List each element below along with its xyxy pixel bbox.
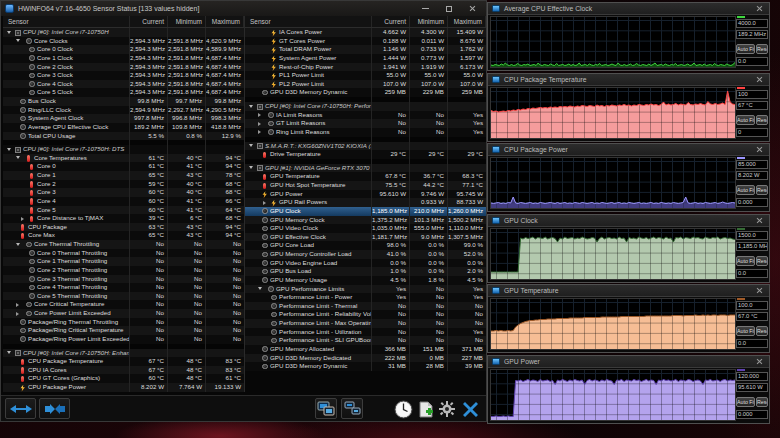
graph-close-icon[interactable] xyxy=(756,146,763,153)
sensor-row[interactable]: GPU Video Clock1,035.0 MHz555.0 MHz1,110… xyxy=(245,224,486,233)
expand-arrow-icon[interactable] xyxy=(7,148,11,151)
collapse-arrow-icon[interactable] xyxy=(16,312,19,316)
sensor-group-row[interactable]: GPU [#1]: NVIDIA GeForce RTX 3070 Lapt..… xyxy=(245,164,486,173)
sensor-row[interactable]: PL2 Power Limit107.0 W107.0 W107.0 W xyxy=(245,80,486,89)
reset-button[interactable]: Reset xyxy=(756,44,768,54)
graph-titlebar[interactable]: CPU Package Power xyxy=(488,144,769,156)
sensor-row[interactable]: Core Clocks2,594.3 MHz2,591.8 MHz4,620.9… xyxy=(3,37,244,46)
sensor-row[interactable]: Rest-of-Chip Power1.941 W1.919 W6.173 W xyxy=(245,63,486,72)
sensor-row[interactable]: Core 5 Clock2,594.3 MHz2,591.8 MHz4,687.… xyxy=(3,88,244,97)
report-button[interactable] xyxy=(417,399,435,419)
sensor-group-row[interactable]: S.M.A.R.T.: KXG60ZNV1T02 KIOXIA (115A... xyxy=(245,142,486,151)
sensor-row[interactable]: Core 0 Thermal ThrottlingNoNoNo xyxy=(3,249,244,258)
expand-columns-button[interactable] xyxy=(5,398,36,419)
sensor-row[interactable]: GPU Clock1,185.0 MHz210.0 MHz1,260.0 MHz xyxy=(245,207,486,216)
sensor-row[interactable]: Total CPU Usage5.5 %0.8 %12.9 % xyxy=(3,132,244,141)
collapse-arrow-icon[interactable] xyxy=(16,303,19,307)
collapse-arrow-icon[interactable] xyxy=(258,113,261,117)
auto-fit-button[interactable]: Auto Fit xyxy=(736,44,755,54)
reset-button[interactable]: Reset xyxy=(756,397,768,407)
sensor-row[interactable]: Package/Ring Thermal ThrottlingNoNoNo xyxy=(3,318,244,327)
collapse-arrow-icon[interactable] xyxy=(263,201,266,205)
sensor-row[interactable]: Average CPU Effective Clock189.2 MHz109.… xyxy=(3,123,244,132)
sensor-row[interactable]: Core 2 Thermal ThrottlingNoNoNo xyxy=(3,266,244,275)
sensor-row[interactable]: GPU D3D Memory Dynamic31 MB28 MB39 MB xyxy=(245,362,486,371)
sensor-row[interactable]: Ring Limit ReasonsNoNoYes xyxy=(245,128,486,137)
graph-titlebar[interactable]: Average CPU Effective Clock xyxy=(488,3,769,15)
expand-arrow-icon[interactable] xyxy=(258,287,262,290)
sensor-row[interactable]: Core 3 Thermal ThrottlingNoNoNo xyxy=(3,275,244,284)
graph-close-icon[interactable] xyxy=(756,358,763,365)
sensor-group-row[interactable]: CPU [#0]: Intel Core i7-10750H: Enhanced xyxy=(3,349,244,358)
sensor-row[interactable]: GPU Temperature67.8 °C36.7 °C68.3 °C xyxy=(245,172,486,181)
sensor-row[interactable]: IA Cores Power4.662 W4.300 W15.409 W xyxy=(245,28,486,37)
sensor-row[interactable]: GPU Video Engine Load0.0 %0.0 %0.0 % xyxy=(245,259,486,268)
sensor-row[interactable]: Core 4 Clock2,594.3 MHz2,591.8 MHz4,687.… xyxy=(3,80,244,89)
column-header-minimum[interactable]: Minimum xyxy=(168,16,206,27)
collapse-arrow-icon[interactable] xyxy=(258,122,261,126)
sensor-row[interactable]: Core 2 Clock2,594.3 MHz2,591.8 MHz4,687.… xyxy=(3,63,244,72)
sensor-row[interactable]: GT Limit ReasonsNoNoYes xyxy=(245,119,486,128)
sensor-row[interactable]: Core 1 Clock2,594.3 MHz2,591.8 MHz4,687.… xyxy=(3,54,244,63)
sensor-row[interactable]: GPU Memory Allocated366 MB151 MB371 MB xyxy=(245,345,486,354)
reset-button[interactable]: Reset xyxy=(756,115,768,125)
sensor-row[interactable]: Core 3 Clock2,594.3 MHz2,591.8 MHz4,687.… xyxy=(3,71,244,80)
sensor-row[interactable]: CPU Package Temperature67 °C48 °C83 °C xyxy=(3,357,244,366)
sensor-row[interactable]: Core 259 °C40 °C68 °C xyxy=(3,180,244,189)
expand-arrow-icon[interactable] xyxy=(249,144,253,147)
auto-fit-button[interactable]: Auto Fit xyxy=(736,115,755,125)
expand-arrow-icon[interactable] xyxy=(249,166,253,169)
sensor-row[interactable]: GPU Performance LimitsYesNoYes xyxy=(245,285,486,294)
expand-arrow-icon[interactable] xyxy=(16,243,20,246)
sensor-row[interactable]: Performance Limit - SLI GPUBoost SyncNoN… xyxy=(245,336,486,345)
sensor-row[interactable]: GPU Hot Spot Temperature75.5 °C44.2 °C77… xyxy=(245,181,486,190)
expand-arrow-icon[interactable] xyxy=(249,105,253,108)
sensor-row[interactable]: Performance Limit - Max Operating Vol...… xyxy=(245,319,486,328)
sensor-row[interactable]: Ring/LLC Clock2,594.9 MHz2,292.7 MHz4,29… xyxy=(3,106,244,115)
minimize-button[interactable] xyxy=(422,8,429,9)
sensor-row[interactable]: Core 061 °C41 °C94 °C xyxy=(3,162,244,171)
sensor-row[interactable]: Core 560 °C41 °C64 °C xyxy=(3,206,244,215)
collapse-columns-button[interactable] xyxy=(39,398,70,419)
monitoring-button[interactable] xyxy=(315,398,337,419)
reset-button[interactable]: Reset xyxy=(756,326,768,336)
sensor-row[interactable]: GPU Rail Powers0.933 W88.733 W xyxy=(245,198,486,207)
sensor-row[interactable]: CPU IA Cores67 °C48 °C83 °C xyxy=(3,366,244,375)
sensor-row[interactable]: Package/Ring Power Limit ExceededNoNoNo xyxy=(3,335,244,344)
sensor-row[interactable]: Core 360 °C40 °C68 °C xyxy=(3,188,244,197)
column-header-current[interactable]: Current xyxy=(372,16,410,27)
sensor-row[interactable]: System Agent Power1.444 W0.773 W1.597 W xyxy=(245,54,486,63)
maximize-button[interactable] xyxy=(446,6,452,12)
sensor-row[interactable]: Package/Ring Critical TemperatureNoNoNo xyxy=(3,326,244,335)
collapse-arrow-icon[interactable] xyxy=(258,130,261,134)
graph-titlebar[interactable]: CPU Package Temperature xyxy=(488,74,769,86)
sensor-row[interactable]: GPU D3D Memory Dynamic259 MB229 MB259 MB xyxy=(245,88,486,97)
auto-fit-button[interactable]: Auto Fit xyxy=(736,397,755,407)
column-header-sensor[interactable]: Sensor xyxy=(3,16,130,27)
clock-icon-button[interactable] xyxy=(393,399,414,419)
expand-arrow-icon[interactable] xyxy=(16,39,20,42)
sensor-row[interactable]: CPU Package Power8.202 W7.764 W19.133 W xyxy=(3,383,244,392)
sensor-row[interactable]: Total DRAM Power1.146 W0.733 W1.762 W xyxy=(245,45,486,54)
sensor-row[interactable]: GPU Bus Load1.0 %0.0 %2.0 % xyxy=(245,267,486,276)
graph-close-icon[interactable] xyxy=(756,5,763,12)
sensor-row[interactable]: Core 460 °C41 °C66 °C xyxy=(3,197,244,206)
sensor-row[interactable]: GPU Memory Controller Load41.0 %0.0 %52.… xyxy=(245,250,486,259)
sensor-row[interactable]: Core 0 Clock2,594.3 MHz2,591.8 MHz4,589.… xyxy=(3,45,244,54)
sensor-row[interactable]: GT Cores Power0.188 W0.011 W8.676 W xyxy=(245,37,486,46)
sensor-group-row[interactable]: CPU [#0]: Intel Core i7-10750H: DTS xyxy=(3,145,244,154)
sensor-row[interactable]: Core 4 Thermal ThrottlingNoNoNo xyxy=(3,283,244,292)
sensor-row[interactable]: Drive Temperature29 °C29 °C29 °C xyxy=(245,150,486,159)
sensor-row[interactable]: CPU GT Cores (Graphics)60 °C48 °C61 °C xyxy=(3,374,244,383)
graph-titlebar[interactable]: GPU Temperature xyxy=(488,285,769,297)
sensor-row[interactable]: Core Distance to TjMAX39 °C6 °C68 °C xyxy=(3,214,244,223)
sensor-row[interactable]: Core Power Limit ExceededNoNoNo xyxy=(3,309,244,318)
sensor-row[interactable]: GPU Effective Clock1,181.7 MHz9.0 MHz1,3… xyxy=(245,233,486,242)
sensor-row[interactable]: IA Limit ReasonsNoNoYes xyxy=(245,111,486,120)
graph-titlebar[interactable]: GPU Power xyxy=(488,356,769,368)
auto-fit-button[interactable]: Auto Fit xyxy=(736,256,755,266)
column-header-sensor[interactable]: Sensor xyxy=(245,16,372,27)
window-titlebar[interactable]: HWiNFO64 v7.16-4650 Sensor Status [133 v… xyxy=(1,1,486,16)
sensor-row[interactable]: Core 1 Thermal ThrottlingNoNoNo xyxy=(3,257,244,266)
sensor-group-row[interactable]: CPU [#0]: Intel Core i7-10750H xyxy=(3,28,244,37)
